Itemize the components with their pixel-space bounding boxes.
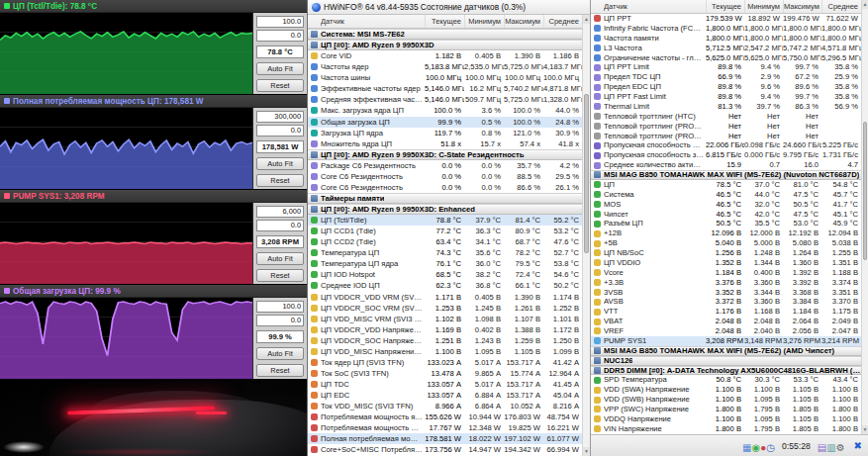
graph-panel-header[interactable]: ЦП (Tctl/Tdie): 78.8 °C	[0, 0, 307, 13]
sensor-row[interactable]: Ограничение частоты - глобально5,625.0 М…	[591, 53, 861, 63]
sensor-row[interactable]: Макс. загрузка ядра ЦП100.0 %3.6 %100.0 …	[308, 105, 582, 116]
sensor-row[interactable]: ЦП VDDCR_SOC Напряжение (SVI3 TFN)1.251 …	[308, 335, 582, 346]
sensor-graph[interactable]	[0, 13, 253, 94]
sensor-row[interactable]: PUMP SYS13,208 RPM3,148 RPM3,276 RPM3,21…	[591, 336, 861, 346]
sensor-row[interactable]: Среднее количество активных ядер15.90.71…	[591, 160, 861, 170]
sensor-row[interactable]: ЦП VDD_MISC Напряжение (SVI3 TFN)1.100 В…	[308, 346, 582, 357]
column-min[interactable]: Минимум	[744, 0, 783, 13]
log-icon[interactable]: ▤	[818, 442, 826, 453]
scroll-up-arrow[interactable]: ▲	[583, 15, 590, 24]
sensor-row[interactable]: 3VSB3.352 В3.344 В3.368 В3.351 В	[591, 288, 861, 298]
reset-button[interactable]: Reset	[256, 269, 304, 282]
sensor-row[interactable]: ЦП IOD Hotspot68.5 °C38.2 °C72.4 °C54.6 …	[308, 269, 582, 280]
reset-button[interactable]: Reset	[256, 174, 304, 187]
sensor-row[interactable]: L3 Частота5,712.5 МГц2,547.2 МГц5,747.2 …	[591, 44, 861, 53]
sensor-row[interactable]: Тепловой троттлинг (PROCHOT EXT)НетНетНе…	[591, 122, 861, 132]
sensor-row[interactable]: Полная потребляемая мощность ЦП178.581 W…	[308, 433, 582, 444]
column-sensor[interactable]: Датчик	[321, 17, 425, 26]
sensor-row[interactable]: Thermal Limit81.3 %39.7 %86.3 %56.9 %	[591, 102, 861, 112]
sensor-row[interactable]: AVSB3.372 В3.360 В3.384 В3.370 В	[591, 297, 861, 307]
graph-panel-header[interactable]: Полная потребляемая мощность ЦП: 178,581…	[0, 95, 307, 108]
graph-panel-header[interactable]: PUMP SYS1: 3,208 RPM	[0, 190, 307, 203]
scroll-up-arrow[interactable]: ▲	[862, 0, 868, 9]
clock-icon[interactable]: ◷	[766, 442, 775, 453]
vertical-scrollbar[interactable]: ▲ ▼	[582, 15, 590, 456]
sensor-row[interactable]: ЦП VDD_MISC VRM (SVI3 TFN)1.102 В1.098 В…	[308, 314, 582, 324]
sensor-row[interactable]: +5В5.040 В5.000 В5.080 В5.038 В	[591, 238, 861, 248]
scroll-down-arrow[interactable]: ▼	[862, 425, 868, 434]
sensor-row[interactable]: Частота памяти1,800.0 МГц1,800.0 МГц1,80…	[591, 34, 861, 44]
section-row[interactable]: ЦП [#0]: AMD Ryzen 9 9950X3D: C-State Ре…	[308, 149, 582, 160]
sensor-row[interactable]: Среднее IOD ЦП62.3 °C36.8 °C66.1 °C50.2 …	[308, 280, 582, 291]
column-sensor[interactable]: Датчик	[604, 2, 706, 11]
sensor-row[interactable]: Потребляемая мощность ядер155.626 W10.94…	[308, 411, 582, 422]
vertical-scrollbar[interactable]: ▲ ▼	[861, 0, 868, 434]
scale-max-input[interactable]: 6,000	[256, 206, 304, 218]
sensor-row[interactable]: VIN Напряжение1.800 В1.795 В1.805 В1.800…	[591, 424, 861, 434]
sensor-graph[interactable]	[0, 298, 253, 379]
sensor-row[interactable]: Ток SoC (SVI3 TFN)13.478 А9.865 А15.774 …	[308, 368, 582, 379]
column-max[interactable]: Максимум	[783, 0, 821, 13]
sensors-icon[interactable]: ◉	[752, 442, 761, 453]
scale-max-input[interactable]: 300,000	[256, 111, 304, 123]
section-row[interactable]: NUC126	[591, 356, 861, 366]
auto-fit-button[interactable]: Auto Fit	[256, 252, 304, 265]
sensor-row[interactable]: ЦП VDDCR_VDD VRM (SVI3 TFN)1.171 В0.405 …	[308, 292, 582, 303]
scale-max-input[interactable]: 100.0	[256, 16, 304, 28]
sensor-row[interactable]: Тепловой троттлинг (HTC)НетНетНет	[591, 112, 861, 122]
sensor-row[interactable]: Температура ЦП ядра76.1 °C36.0 °C79.5 °C…	[308, 258, 582, 269]
section-row[interactable]: MSI MAG B850 TOMAHAWK MAX WIFI (MS-7E62)…	[591, 346, 861, 356]
sensor-row[interactable]: ЦП CCD1 (Tdie)77.2 °C36.3 °C80.9 °C53.2 …	[308, 226, 582, 236]
sensor-row[interactable]: Предел TDC ЦП66.9 %2.9 %67.2 %25.9 %	[591, 72, 861, 82]
sensor-row[interactable]: Чипсет46.5 °C42.0 °C47.5 °C45.1 °C	[591, 210, 861, 220]
reset-button[interactable]: Reset	[256, 79, 304, 92]
sensor-row[interactable]: VDDQ Напряжение1.100 В1.095 В1.105 В1.10…	[591, 414, 861, 424]
scrollbar-thumb[interactable]	[863, 122, 867, 260]
scale-min-input[interactable]: 0.0	[256, 315, 304, 326]
section-row[interactable]: ЦП [#0]: AMD Ryzen 9 9950X3D	[308, 40, 582, 50]
sensor-row[interactable]: Тепловой троттлинг (PROCHOT INT)НетНетНе…	[591, 132, 861, 141]
sensor-row[interactable]: +12В12.096 В12.000 В12.192 В12.094 В	[591, 228, 861, 238]
column-min[interactable]: Минимум	[464, 15, 504, 28]
section-row[interactable]: DDR5 DIMM [#0]: A-DATA Technology AX5U60…	[591, 366, 861, 376]
scale-max-input[interactable]: 100.0	[256, 301, 304, 313]
sensor-row[interactable]: Разъём ЦП50.5 °C35.5 °C53.0 °C45.9 °C	[591, 219, 861, 228]
sensor-graph[interactable]	[0, 203, 253, 284]
sensor-row[interactable]: Температура ЦП74.3 °C35.6 °C78.2 °C52.7 …	[308, 247, 582, 258]
sensor-row[interactable]: ЦП TDC133.057 А5.017 А153.717 А41.45 А	[308, 379, 582, 390]
sensor-row[interactable]: SPD Температура50.8 °C30.3 °C53.3 °C43.4…	[591, 375, 861, 385]
section-row[interactable]: Таймеры памяти	[308, 193, 582, 204]
sensor-row[interactable]: Предел EDC ЦП89.8 %9.6 %89.6 %35.8 %	[591, 82, 861, 92]
sensor-row[interactable]: Core+SoC+MISC Потребляемая мощность173.7…	[308, 444, 582, 455]
sensor-row[interactable]: Infinity Fabric Частота (FCLK)1,800.0 МГ…	[591, 24, 861, 34]
sensor-row[interactable]: Загрузка ЦП ядра119.7 %0.8 %121.0 %30.9 …	[308, 128, 582, 138]
sensor-row[interactable]: Частоты ядер5,183.8 МГц2,535.0 МГц5,725.…	[308, 61, 582, 72]
section-row[interactable]: Система: MSI MS-7E62	[308, 29, 582, 40]
sensor-row[interactable]: Ток ядер ЦП (SVI3 TFN)133.023 А5.017 А15…	[308, 357, 582, 368]
sensor-row[interactable]: Общая загрузка ЦП99.9 %0.5 %100.0 %24.8 …	[308, 117, 582, 128]
window-titlebar[interactable]: HWiNFO® 64 v8.44-5935 Состояние датчиков…	[308, 0, 590, 15]
sensor-row[interactable]: +3.3В3.376 В3.360 В3.392 В3.374 В	[591, 278, 861, 288]
column-current[interactable]: Текущее	[425, 15, 464, 28]
section-row[interactable]: MSI MAG B850 TOMAHAWK MAX WIFI (MS-7E62)…	[591, 170, 861, 180]
scale-min-input[interactable]: 0.0	[256, 125, 304, 137]
sensor-row[interactable]: ЦП PPT179.539 W18.892 W199.476 W71.622 W	[591, 14, 861, 24]
sensor-row[interactable]: ЦП PPT Fast Limit89.8 %9.4 %99.7 %35.8 %	[591, 92, 861, 102]
close-icon[interactable]: ✖	[854, 440, 862, 451]
reset-button[interactable]: Reset	[256, 364, 304, 377]
sensor-row[interactable]: Ток VDD_MISC (SVI3 TFN)8.966 А6.864 А10.…	[308, 401, 582, 411]
sensor-row[interactable]: ЦП VDDCR_SOC VRM (SVI3 TFN)1.253 В1.245 …	[308, 303, 582, 314]
sensor-row[interactable]: Множитель ядра ЦП51.8 x15.7 x57.4 x41.8 …	[308, 138, 582, 149]
sensor-row[interactable]: Core C6 Резидентность0.0 %0.0 %86.6 %26.…	[308, 182, 582, 193]
sensor-row[interactable]: ЦП NB/SoC1.256 В1.248 В1.264 В1.255 В	[591, 248, 861, 258]
sensor-row[interactable]: Пропускная способность чтения DRAM22.006…	[591, 140, 861, 150]
report-icon[interactable]: ▥	[826, 442, 835, 453]
scroll-down-arrow[interactable]: ▼	[583, 447, 590, 456]
graph-panel-header[interactable]: Общая загрузка ЦП: 99.9 %	[0, 285, 307, 298]
sensor-row[interactable]: Потребляемая мощность SoC17.767 W12.348 …	[308, 422, 582, 433]
column-max[interactable]: Максимум	[504, 15, 543, 28]
sensor-row[interactable]: VBAT2.048 В2.048 В2.064 В2.049 В	[591, 317, 861, 326]
sensor-row[interactable]: ЦП PPT Limit89.8 %9.4 %99.7 %35.8 %	[591, 62, 861, 72]
sensor-row[interactable]: VTT1.176 В1.168 В1.184 В1.175 В	[591, 307, 861, 317]
auto-fit-button[interactable]: Auto Fit	[256, 157, 304, 170]
